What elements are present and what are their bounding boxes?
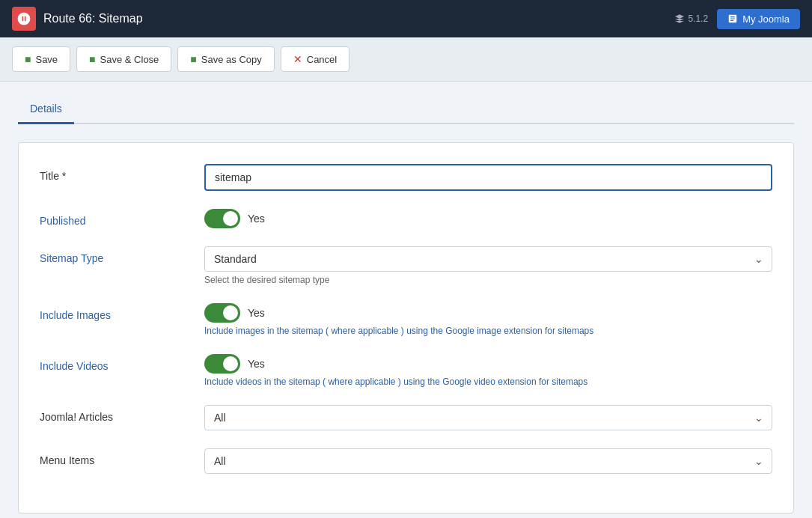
published-toggle-wrap: Yes [204,209,772,228]
include-videos-helper: Include videos in the sitemap ( where ap… [204,377,772,387]
title-input[interactable] [204,164,772,191]
form-card: Title * Published Yes Sitemap Type [18,142,794,514]
published-label: Published [40,209,204,227]
include-videos-control: Yes Include videos in the sitemap ( wher… [204,354,772,387]
include-videos-toggle[interactable] [204,354,240,374]
include-images-slider [204,303,240,323]
menu-items-label: Menu Items [40,448,204,466]
save-close-icon: ■ [89,53,95,65]
title-control [204,164,772,191]
menu-items-control: All None ⌄ [204,448,772,474]
save-icon: ■ [25,53,31,65]
page-title: Route 66: Sitemap [43,12,143,25]
include-images-helper: Include images in the sitemap ( where ap… [204,326,772,336]
topnav-right: 5.1.2 My Joomla [674,9,800,29]
joomla-articles-select[interactable]: All None [204,405,772,430]
include-videos-slider [204,354,240,374]
joomla-logo [12,7,36,31]
save-copy-icon: ■ [190,53,196,65]
toggle-slider [204,209,240,228]
include-images-control: Yes Include images in the sitemap ( wher… [204,303,772,336]
published-control: Yes [204,209,772,228]
sitemap-type-row: Sitemap Type Standard Image Video News ⌄… [40,246,772,285]
toolbar: ■ Save ■ Save & Close ■ Save as Copy ✕ C… [0,37,812,82]
include-images-label: Include Images [40,303,204,321]
include-videos-yes-label: Yes [248,358,265,370]
joomla-articles-label: Joomla! Articles [40,405,204,423]
save-button[interactable]: ■ Save [12,46,70,72]
menu-items-select-wrap: All None ⌄ [204,448,772,474]
include-images-toggle[interactable] [204,303,240,323]
save-copy-button[interactable]: ■ Save as Copy [177,46,274,72]
version-badge: 5.1.2 [674,13,708,24]
sitemap-type-control: Standard Image Video News ⌄ Select the d… [204,246,772,285]
published-row: Published Yes [40,209,772,228]
published-toggle[interactable] [204,209,240,228]
include-images-toggle-wrap: Yes [204,303,772,323]
include-videos-label: Include Videos [40,354,204,372]
include-videos-row: Include Videos Yes Include videos in the… [40,354,772,387]
joomla-articles-row: Joomla! Articles All None ⌄ [40,405,772,430]
tab-details[interactable]: Details [18,97,74,124]
title-label: Title * [40,164,204,182]
sitemap-type-select[interactable]: Standard Image Video News [204,246,772,272]
tab-bar: Details [18,97,794,124]
title-row: Title * [40,164,772,191]
cancel-button[interactable]: ✕ Cancel [281,46,349,72]
cancel-icon: ✕ [293,53,302,65]
include-images-row: Include Images Yes Include images in the… [40,303,772,336]
published-yes-label: Yes [248,213,265,225]
content-area: Details Title * Published Yes [0,82,812,518]
menu-items-row: Menu Items All None ⌄ [40,448,772,474]
my-joomla-button[interactable]: My Joomla [717,9,800,29]
include-images-yes-label: Yes [248,307,265,319]
include-videos-toggle-wrap: Yes [204,354,772,374]
save-close-button[interactable]: ■ Save & Close [76,46,171,72]
sitemap-type-select-wrap: Standard Image Video News ⌄ [204,246,772,272]
joomla-articles-control: All None ⌄ [204,405,772,430]
sitemap-type-label: Sitemap Type [40,246,204,264]
menu-items-select[interactable]: All None [204,448,772,474]
sitemap-type-helper: Select the desired sitemap type [204,275,772,285]
joomla-articles-select-wrap: All None ⌄ [204,405,772,430]
topnav-left: Route 66: Sitemap [12,7,143,31]
top-navigation: Route 66: Sitemap 5.1.2 My Joomla [0,0,812,37]
